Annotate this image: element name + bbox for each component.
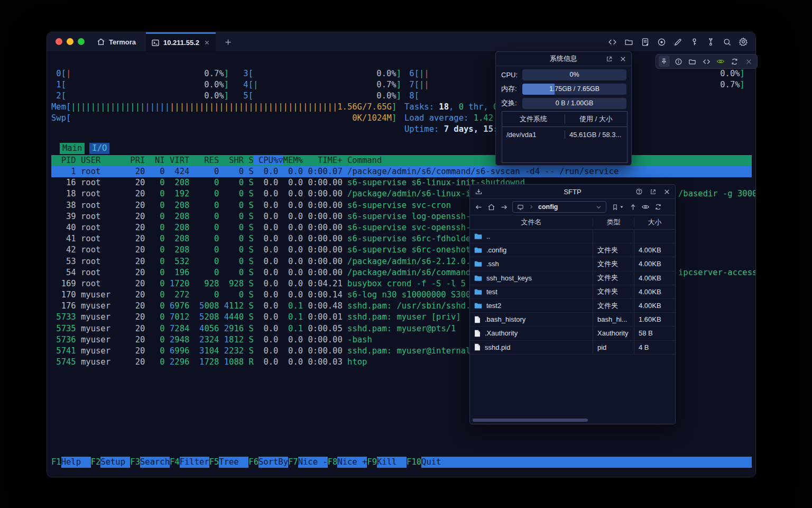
gpu-eye-icon[interactable] bbox=[715, 56, 726, 67]
tab-close-icon[interactable] bbox=[204, 40, 210, 46]
stat-value: 0% bbox=[522, 69, 626, 80]
stat-label: 交换: bbox=[501, 98, 522, 108]
fkey-label-f10[interactable]: Quit bbox=[421, 457, 752, 468]
sftp-row-.bash_history[interactable]: .bash_historybash_hi...1.60KB bbox=[470, 313, 675, 326]
col-size[interactable]: 大小 bbox=[634, 217, 675, 227]
file-type: 文件夹 bbox=[593, 285, 634, 298]
sftp-row-test2[interactable]: test2文件夹4.00KB bbox=[470, 299, 675, 313]
refresh-icon[interactable] bbox=[730, 56, 741, 67]
fkey-label-f1[interactable]: Help bbox=[61, 457, 91, 468]
file-size: 4 B bbox=[634, 341, 675, 354]
sftp-panel: SFTP config bbox=[469, 184, 676, 424]
fkey-f2[interactable]: F2 bbox=[91, 457, 101, 468]
folder-icon[interactable] bbox=[624, 37, 633, 47]
zoom-window-button[interactable] bbox=[78, 38, 85, 45]
keychain-icon[interactable] bbox=[706, 37, 715, 47]
htop-view-tabs: MainI/O bbox=[60, 143, 109, 154]
upload-icon[interactable] bbox=[629, 203, 637, 211]
stat-label: CPU: bbox=[501, 71, 522, 79]
code-icon[interactable] bbox=[607, 37, 617, 47]
help-icon[interactable] bbox=[635, 187, 643, 196]
bookmark-icon[interactable] bbox=[611, 203, 619, 211]
folder-icon[interactable] bbox=[687, 56, 698, 67]
col-type[interactable]: 类型 bbox=[593, 217, 634, 227]
close-icon[interactable] bbox=[743, 56, 754, 67]
fkey-label-f2[interactable]: Setup bbox=[100, 457, 130, 468]
stat-label: 内存: bbox=[501, 84, 522, 94]
close-icon[interactable] bbox=[662, 187, 671, 196]
gear-icon[interactable] bbox=[739, 37, 748, 47]
fkey-f8[interactable]: F8 bbox=[328, 457, 338, 468]
open-in-window-icon[interactable] bbox=[649, 187, 657, 196]
open-in-window-icon[interactable] bbox=[605, 55, 613, 63]
fkey-label-f3[interactable]: Search bbox=[140, 457, 170, 468]
key-icon[interactable] bbox=[689, 37, 699, 47]
fkey-label-f6[interactable]: SortBy bbox=[259, 457, 288, 468]
document-icon[interactable] bbox=[640, 37, 650, 47]
col-filename[interactable]: 文件名 bbox=[470, 217, 593, 227]
fkey-label-f7[interactable]: Nice - bbox=[298, 457, 328, 468]
bookmark-dropdown-icon[interactable] bbox=[619, 203, 624, 211]
fkey-f10[interactable]: F10 bbox=[407, 457, 421, 468]
info-icon[interactable] bbox=[673, 56, 684, 67]
fkey-label-f5[interactable]: Tree bbox=[219, 457, 248, 468]
fkey-f1[interactable]: F1 bbox=[51, 457, 61, 468]
filesystem-row[interactable]: /dev/vda1 45.61GB / 58.3... bbox=[502, 127, 627, 142]
new-tab-button[interactable] bbox=[222, 35, 234, 48]
sftp-row-.Xauthority[interactable]: .XauthorityXauthority58 B bbox=[470, 326, 675, 340]
tab-home-label: Termora bbox=[109, 38, 136, 46]
sftp-row-ssh_host_keys[interactable]: ssh_host_keys文件夹4.00KB bbox=[470, 271, 675, 285]
record-icon[interactable] bbox=[657, 37, 666, 47]
pin-icon[interactable] bbox=[659, 56, 670, 67]
fkey-f9[interactable]: F9 bbox=[367, 457, 377, 468]
cpu-meter-1: 1[ 0.0%] bbox=[51, 79, 229, 90]
fkey-label-f9[interactable]: Kill bbox=[377, 457, 407, 468]
path-selector[interactable]: config bbox=[512, 201, 606, 213]
fkey-label-f8[interactable]: Nice + bbox=[337, 457, 367, 468]
pencil-icon[interactable] bbox=[673, 37, 682, 47]
refresh-icon[interactable] bbox=[654, 203, 662, 211]
process-row-1[interactable]: 1 root 20 0 424 0 0 S 0.0 0.0 0:00.07 /p… bbox=[51, 166, 752, 177]
sftp-row-test[interactable]: test文件夹4.00KB bbox=[470, 285, 675, 299]
tab-home[interactable]: Termora bbox=[89, 32, 143, 51]
folder-icon bbox=[474, 247, 482, 253]
file-size bbox=[634, 230, 675, 243]
stat-progressbar: 1.75GB / 7.65GB bbox=[522, 84, 626, 95]
file-size: 58 B bbox=[634, 326, 675, 340]
chevron-down-icon[interactable] bbox=[594, 203, 603, 211]
fs-usage: 45.61GB / 58.3... bbox=[565, 131, 627, 139]
forward-icon[interactable] bbox=[500, 203, 508, 211]
fkey-f3[interactable]: F3 bbox=[130, 457, 140, 468]
htop-tab-main[interactable]: Main bbox=[60, 143, 85, 154]
fkey-f4[interactable]: F4 bbox=[170, 457, 180, 468]
home-icon[interactable] bbox=[487, 203, 495, 211]
back-icon[interactable] bbox=[474, 203, 483, 211]
file-type: 文件夹 bbox=[593, 299, 634, 312]
eye-icon[interactable] bbox=[641, 203, 650, 211]
file-name: sshd.pid bbox=[485, 343, 510, 351]
fkey-f5[interactable]: F5 bbox=[209, 457, 219, 468]
fkey-f6[interactable]: F6 bbox=[248, 457, 259, 468]
htop-tab-io[interactable]: I/O bbox=[89, 143, 109, 154]
fkey-label-f4[interactable]: Filter bbox=[180, 457, 209, 468]
sysinfo-header: 系统信息 bbox=[496, 52, 631, 66]
minimize-window-button[interactable] bbox=[67, 38, 73, 45]
search-icon[interactable] bbox=[722, 37, 732, 47]
file-name: .ssh bbox=[486, 260, 499, 268]
sftp-row-.ssh[interactable]: .ssh文件夹4.00KB bbox=[470, 257, 675, 271]
fkey-f7[interactable]: F7 bbox=[288, 457, 298, 468]
horizontal-scrollbar[interactable] bbox=[473, 419, 588, 422]
cpu-meter-2: 2[ 0.0%] bbox=[51, 90, 229, 102]
stat-progressbar: 0 B / 1.00GB bbox=[522, 98, 626, 109]
sftp-row-.config[interactable]: .config文件夹4.00KB bbox=[470, 243, 675, 257]
file-icon bbox=[474, 330, 481, 337]
process-table-header[interactable]: PID USER PRI NI VIRT RES SHR S CPU%▽MEM%… bbox=[51, 155, 752, 166]
code-icon[interactable] bbox=[701, 56, 712, 67]
close-window-button[interactable] bbox=[56, 38, 62, 45]
file-type: 文件夹 bbox=[593, 243, 634, 257]
sftp-row-..[interactable]: .. bbox=[470, 230, 675, 243]
sftp-row-sshd.pid[interactable]: sshd.pidpid4 B bbox=[470, 341, 675, 355]
tab-session[interactable]: 10.211.55.2 bbox=[146, 32, 216, 51]
close-icon[interactable] bbox=[619, 55, 627, 63]
file-size: 4.00KB bbox=[634, 243, 675, 257]
